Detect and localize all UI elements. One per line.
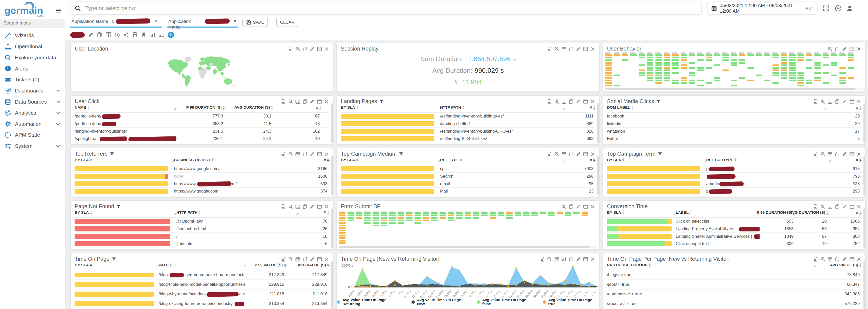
csv-icon[interactable] (281, 99, 286, 104)
flow-node[interactable] (490, 212, 496, 214)
flow-node[interactable] (698, 59, 704, 61)
flow-node[interactable] (781, 59, 787, 61)
table-row[interactable]: linkedin29 (607, 120, 861, 128)
flow-node[interactable] (681, 57, 687, 58)
zoom-icon[interactable] (295, 47, 300, 52)
calendar-icon[interactable] (295, 152, 300, 157)
column-header-avg-duration-s-[interactable]: AVG DURATION (S)// (225, 105, 273, 110)
flow-node[interactable] (647, 77, 653, 79)
flow-node[interactable] (772, 74, 779, 76)
flow-node[interactable] (647, 80, 653, 81)
zoom-icon[interactable] (547, 257, 552, 262)
copy-icon[interactable] (835, 257, 840, 262)
csv-icon[interactable] (813, 152, 818, 157)
flow-node[interactable] (364, 222, 371, 224)
flow-node[interactable] (655, 77, 662, 79)
flow-node[interactable] (423, 215, 429, 216)
table-row[interactable]: /jobs/ > true68.347 (607, 280, 861, 289)
flow-node[interactable] (356, 212, 362, 214)
flow-node[interactable] (364, 215, 371, 216)
copy-icon[interactable] (97, 32, 102, 38)
flow-node[interactable] (389, 217, 396, 219)
window-icon[interactable] (317, 152, 322, 157)
flow-node[interactable] (389, 212, 396, 214)
flow-node[interactable] (839, 77, 846, 79)
flow-node[interactable] (373, 217, 379, 219)
flow-node[interactable] (789, 62, 796, 64)
flow-node[interactable] (339, 217, 345, 219)
flow-node[interactable] (772, 54, 779, 56)
flow-node[interactable] (381, 222, 387, 224)
csv-icon[interactable] (281, 204, 286, 209)
window-icon[interactable] (583, 99, 588, 104)
eye-icon[interactable] (115, 32, 120, 38)
clear-button[interactable]: CLEAR (276, 18, 298, 27)
flow-node[interactable] (381, 212, 387, 214)
window-icon[interactable] (583, 152, 588, 157)
table-row[interactable]: /contact-us.html26 (74, 225, 329, 233)
table-row[interactable]: /10 (74, 233, 329, 241)
flow-node[interactable] (448, 212, 454, 214)
zoom-icon[interactable] (820, 152, 826, 157)
column-header-ref-subtype[interactable]: REF SUBTYPE// (706, 158, 831, 162)
filter-chip-2[interactable]: Application Name ✕ (167, 18, 238, 28)
csv-icon[interactable] (288, 47, 293, 52)
flow-node[interactable] (756, 54, 762, 56)
table-row[interactable]: whatsapp17 (607, 128, 861, 135)
table-row[interactable]: /blog-ised-boom-nearshore-manufacturing/… (74, 270, 329, 280)
flow-node[interactable] (606, 85, 612, 86)
flow-node[interactable] (406, 212, 412, 214)
pencil-icon[interactable] (88, 32, 94, 38)
flow-node[interactable] (622, 59, 628, 61)
close-icon[interactable] (856, 257, 861, 262)
flow-node[interactable] (772, 67, 779, 69)
play-icon[interactable] (835, 5, 841, 11)
flow-node[interactable] (655, 57, 662, 58)
flow-node[interactable] (647, 72, 653, 74)
flow-node[interactable] (647, 67, 653, 69)
sidebar-item-dashboards[interactable]: Dashboards (0, 85, 65, 96)
flow-node[interactable] (606, 80, 612, 81)
flow-node[interactable] (373, 212, 379, 214)
column-header-by-sla[interactable]: BY SLA// (607, 210, 676, 215)
flow-node[interactable] (664, 62, 670, 64)
legend-item[interactable]: Avg Value Time On Page – false (477, 298, 534, 306)
flow-node[interactable] (389, 215, 396, 216)
flow-node[interactable] (689, 62, 695, 64)
zoom-icon[interactable] (288, 152, 293, 157)
flow-node[interactable] (523, 212, 529, 214)
flow-node[interactable] (339, 232, 345, 234)
flow-node[interactable] (414, 222, 421, 224)
legend-item[interactable]: Avg Value Time On Page – New (411, 298, 468, 306)
flow-node[interactable] (655, 82, 662, 84)
flow-node[interactable] (681, 64, 687, 66)
table-row[interactable]: /spotlight-on-/230.134.110 (74, 135, 329, 142)
flow-node[interactable] (848, 57, 854, 58)
flow-node[interactable] (339, 230, 345, 231)
flow-node[interactable] (606, 77, 612, 79)
flow-node[interactable] (839, 82, 846, 84)
flow-node[interactable] (689, 82, 695, 84)
bars-icon[interactable] (150, 32, 155, 38)
flow-node[interactable] (672, 82, 678, 84)
column-header-http-path[interactable]: HTTP PATH// (440, 105, 565, 110)
flow-node[interactable] (798, 74, 804, 76)
window-icon[interactable] (317, 99, 322, 104)
table-row[interactable]: Search298 (341, 173, 595, 180)
table-row[interactable]: /portfolio-item/777.333.167 (74, 113, 329, 120)
flow-node[interactable] (515, 215, 521, 216)
flow-node[interactable] (772, 57, 779, 58)
pencil-icon[interactable] (842, 152, 847, 157)
flow-node[interactable] (490, 217, 496, 219)
flow-node[interactable] (764, 54, 770, 56)
pencil-icon[interactable] (310, 204, 315, 209)
column-header-#[interactable]: #// (565, 105, 595, 110)
flow-node[interactable] (714, 54, 720, 56)
column-header-p-99-value-s-[interactable]: P 99 VALUE (S)// (245, 263, 286, 267)
flow-node[interactable] (798, 72, 804, 74)
horizontal-scrollbar[interactable] (339, 246, 597, 248)
csv-icon[interactable] (540, 257, 545, 262)
flow-node[interactable] (689, 80, 695, 81)
flow-node[interactable] (606, 54, 612, 56)
flow-node[interactable] (789, 80, 796, 81)
